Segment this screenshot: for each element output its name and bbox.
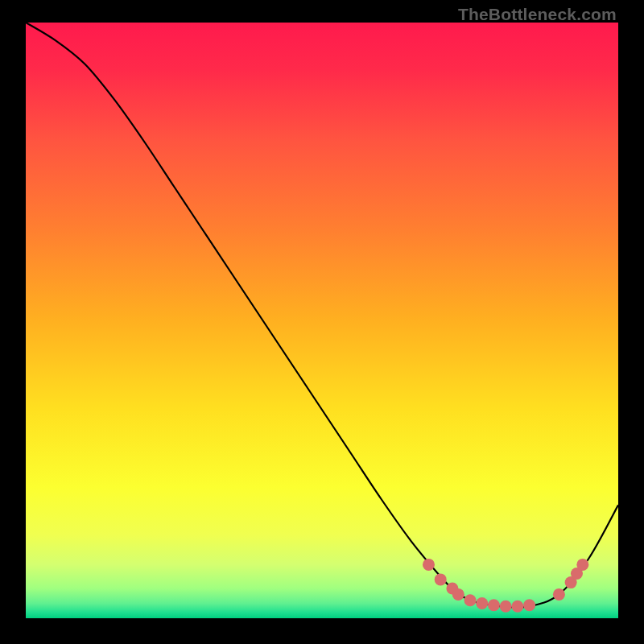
gradient-background bbox=[26, 23, 618, 618]
chart-container: TheBottleneck.com bbox=[0, 0, 644, 644]
watermark-text: TheBottleneck.com bbox=[458, 5, 617, 24]
svg-rect-0 bbox=[26, 23, 618, 618]
plot-area bbox=[26, 23, 618, 618]
